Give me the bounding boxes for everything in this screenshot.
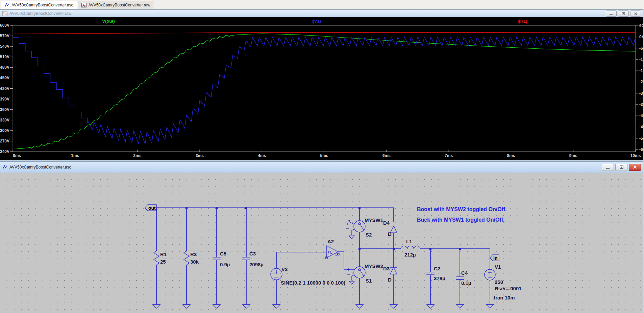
label-C4[interactable]: C4: [461, 270, 468, 276]
trace-IV1[interactable]: [13, 37, 636, 144]
x-axis-label: 8ms: [507, 153, 515, 158]
net-flag-in-label[interactable]: in: [493, 255, 497, 261]
tab-asc[interactable]: AVV50xCamryBoostConverter.asc: [1, 1, 77, 9]
plot-area[interactable]: V(out) I(V1) I(R1) 600V570V540V510V480V4…: [0, 17, 643, 160]
x-axis-label: 0ms: [13, 153, 21, 158]
x-axis-label: 1ms: [71, 153, 79, 158]
component-R1[interactable]: R1 25: [154, 251, 167, 265]
legend-iv1[interactable]: I(V1): [291, 19, 342, 24]
label-D3[interactable]: D3: [383, 266, 390, 271]
left-axis-label: 510V: [0, 54, 9, 59]
schematic-canvas[interactable]: out R1 25 R3 30k C5 0.9µ: [0, 173, 643, 313]
right-axis-label: -600A: [639, 147, 643, 152]
component-C4[interactable]: C4 0.1µ: [456, 270, 471, 286]
component-V2[interactable]: V2 SINE(0.2 1 10000 0 0 0 100): [271, 266, 345, 286]
schematic-titlebar[interactable]: AVV50xCamryBoostConverter.asc: [0, 162, 643, 173]
tab-raw[interactable]: AVV50xCamryBoostConverter.raw: [78, 1, 154, 9]
label-V1[interactable]: V1: [495, 264, 501, 270]
value-V1[interactable]: 250: [495, 279, 503, 285]
waveform-plot[interactable]: 600V570V540V510V480V450V420V390V360V330V…: [0, 17, 643, 160]
left-axis-label: 540V: [0, 44, 9, 49]
legend-ir1[interactable]: I(R1): [497, 19, 548, 24]
label-A2[interactable]: A2: [327, 239, 334, 244]
component-C2[interactable]: C2 378µ: [426, 266, 445, 281]
close-button[interactable]: [629, 164, 641, 171]
trace-IR1[interactable]: [13, 32, 636, 34]
right-axis-label: -60A: [639, 46, 643, 51]
left-axis-label: 600V: [0, 23, 9, 28]
value-C5[interactable]: 0.9µ: [220, 262, 230, 267]
value-R3[interactable]: 30k: [190, 259, 199, 265]
minimize-button[interactable]: [606, 10, 617, 17]
x-axis-label: 10ms: [630, 153, 641, 158]
x-axis-label: 5ms: [320, 153, 328, 158]
label-MYSW1[interactable]: MYSW1: [365, 217, 383, 223]
label-D4[interactable]: D4: [383, 220, 390, 226]
x-axis-label: 6ms: [382, 153, 391, 158]
left-axis-label: 300V: [0, 128, 9, 133]
value2-V1[interactable]: Rser=.0001: [495, 286, 522, 291]
schematic-window: AVV50xCamryBoostConverter.asc: [0, 161, 643, 313]
right-axis-label: -180A: [639, 68, 643, 73]
component-R3[interactable]: R3 30k: [184, 251, 199, 265]
label-R1[interactable]: R1: [160, 251, 167, 257]
label-C5[interactable]: C5: [220, 251, 226, 256]
right-axis-label: -240A: [639, 80, 643, 84]
restore-button[interactable]: [618, 10, 629, 17]
value-MYSW1[interactable]: S2: [366, 232, 372, 238]
annotation-buck[interactable]: Buck with MYSW1 toggled On/Off.: [417, 217, 505, 223]
x-axis-label: 9ms: [569, 153, 577, 158]
value-C3[interactable]: 2098µ: [249, 262, 264, 267]
waveform-titlebar[interactable]: AVV50xCamryBoostConverter.raw: [0, 10, 643, 18]
value-D3[interactable]: D: [388, 277, 392, 283]
label-R3[interactable]: R3: [190, 251, 197, 257]
ground-symbols[interactable]: [153, 236, 494, 308]
waveform-window-title: AVV50xCamryBoostConverter.raw: [9, 11, 604, 16]
net-flag-in[interactable]: in: [490, 255, 499, 261]
left-axis-label: 480V: [0, 65, 9, 70]
component-A2[interactable]: A2: [325, 239, 339, 259]
component-MYSW1[interactable]: MYSW1 S2: [346, 217, 383, 238]
right-axis-label: -300A: [639, 91, 643, 96]
waveform-icon: [81, 3, 86, 7]
label-L1[interactable]: L1: [406, 239, 412, 244]
component-L1[interactable]: L1 212µ: [401, 239, 420, 258]
left-axis-label: 420V: [0, 86, 9, 91]
left-axis-label: 390V: [0, 97, 9, 102]
schematic-window-icon: [2, 165, 7, 170]
value-C4[interactable]: 0.1µ: [461, 280, 471, 286]
label-C2[interactable]: C2: [434, 266, 440, 271]
restore-button[interactable]: [615, 164, 627, 171]
value-R1[interactable]: 25: [160, 259, 166, 265]
left-axis-label: 450V: [0, 75, 9, 80]
left-axis-label: 240V: [0, 149, 9, 154]
value-V2[interactable]: SINE(0.2 1 10000 0 0 0 100): [281, 280, 345, 286]
component-MYSW2[interactable]: MYSW2 S1: [347, 263, 383, 284]
annotation-boost[interactable]: Boost with MYSW2 toggled On/Off.: [417, 206, 507, 212]
waveform-window-icon: [2, 11, 7, 16]
minimize-button[interactable]: [602, 164, 614, 171]
component-D3[interactable]: D3 D: [383, 266, 397, 283]
component-C5[interactable]: C5 0.9µ: [213, 251, 230, 267]
schematic-window-title: AVV50xCamryBoostConverter.asc: [9, 165, 600, 170]
junctions: [185, 207, 461, 250]
left-axis-label: 270V: [0, 139, 9, 143]
left-axis-label: 330V: [0, 118, 9, 122]
value-MYSW2[interactable]: S1: [366, 278, 372, 284]
component-D4[interactable]: D4 D: [383, 220, 397, 237]
component-C3[interactable]: C3 2098µ: [242, 251, 264, 267]
value-D4[interactable]: D: [388, 231, 392, 237]
value-L1[interactable]: 212µ: [404, 252, 416, 258]
close-button[interactable]: [630, 10, 641, 17]
label-C3[interactable]: C3: [249, 251, 256, 256]
right-axis-label: -420A: [639, 113, 643, 118]
net-flag-out-label[interactable]: out: [148, 205, 156, 211]
spice-directive[interactable]: .tran 10m: [492, 295, 515, 300]
net-flag-out[interactable]: out: [145, 205, 156, 211]
waveform-window: AVV50xCamryBoostConverter.raw V(out) I(V…: [0, 9, 643, 160]
label-V2[interactable]: V2: [281, 266, 288, 272]
label-MYSW2[interactable]: MYSW2: [365, 263, 383, 269]
left-axis-label: 570V: [0, 33, 9, 38]
legend-vout[interactable]: V(out): [83, 19, 134, 24]
value-C2[interactable]: 378µ: [434, 275, 445, 281]
